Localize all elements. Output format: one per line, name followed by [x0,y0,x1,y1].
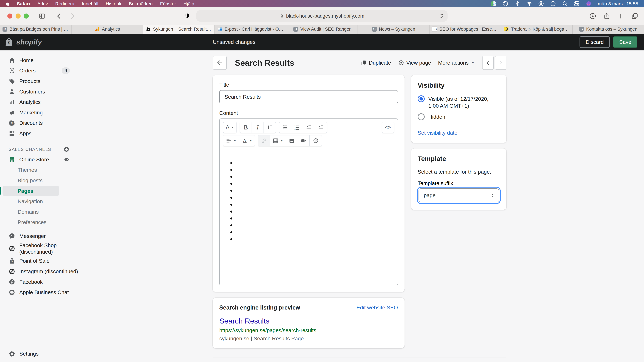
bold-button[interactable]: B [240,122,252,133]
menu-f-nster[interactable]: Fönster [156,1,180,6]
format-text-button[interactable]: A▼ [223,122,236,133]
discard-button[interactable]: Discard [580,36,610,48]
browser-tab-seo-for-webpag[interactable]: 1-26SEO for Webpages | Essentia... [430,25,501,34]
sidebar-toggle-icon[interactable] [39,12,46,19]
editor-content-area[interactable] [220,150,398,285]
share-icon[interactable] [603,12,610,19]
address-bar[interactable]: black-house-badges.myshopify.com [196,10,448,22]
shopify-logo[interactable]: S shopify [4,37,42,47]
sidebar-item-pages[interactable]: Pages [2,186,59,196]
close-window-button[interactable] [8,13,12,18]
menu-bokm-rken[interactable]: Bokmärken [125,1,156,6]
menu-inneh-ll[interactable]: Innehåll [78,1,102,6]
add-sales-channel-button[interactable] [63,146,70,152]
menu-safari[interactable]: Safari [13,1,34,6]
menu-redigera[interactable]: Redigera [52,1,78,6]
sidebar-item-settings[interactable]: Settings [0,351,75,357]
reload-icon[interactable] [439,13,444,19]
tab-overview-icon[interactable] [631,12,638,19]
sidebar-item-customers[interactable]: Customers [0,86,75,97]
clear-formatting-button[interactable] [310,135,322,146]
hidden-radio-option[interactable]: Hidden [418,113,500,120]
link-button[interactable] [258,135,270,146]
next-page-button[interactable] [495,56,506,70]
back-arrow-button[interactable] [213,56,227,70]
browser-tab-e-post-carl[interactable]: OE-post - Carl Häggqvist - Ou... [215,25,286,34]
image-button[interactable] [286,135,298,146]
forward-button[interactable] [69,12,76,19]
browser-tab-analytics[interactable]: Analytics [72,25,143,34]
zoom-window-button[interactable] [24,13,28,18]
sidebar-item-discounts[interactable]: %Discounts [0,118,75,128]
sidebar-item-products[interactable]: Products [0,76,75,86]
sidebar-item-point-of-sale[interactable]: SPoint of Sale [0,256,75,266]
save-button-header[interactable]: Save [613,36,637,48]
sidebar-item-blog-posts[interactable]: Blog posts [0,175,75,186]
italic-button[interactable]: I [252,122,264,133]
indent-button[interactable] [315,122,327,133]
time-machine-icon[interactable] [550,1,556,6]
sidebar-item-apple-business-chat[interactable]: Apple Business Chat [0,287,75,298]
sidebar-item-marketing[interactable]: Marketing [0,107,75,118]
sidebar-item-messenger[interactable]: Messenger [0,231,75,241]
sidebar-item-preferences[interactable]: Preferences [0,217,75,228]
more-actions-button[interactable]: More actions ▼ [438,60,474,66]
menu-arkiv[interactable]: Arkiv [34,1,52,6]
sidebar-item-online-store[interactable]: Online Store [0,154,75,165]
new-tab-icon[interactable] [617,12,624,19]
view-store-eye-icon[interactable] [64,156,70,163]
browser-tab-b-st-p-badges[interactable]: BBäst på Badges och Pins | Ba... [0,25,72,34]
browser-tab-tradera-k-p[interactable]: Tradera ▷ Köp & sälj begagn... [501,25,572,34]
alignment-button[interactable]: ▼ [223,135,239,146]
sidebar-item-instagram-discontinued[interactable]: Instagram (discontinued) [0,266,75,277]
sidebar-item-navigation[interactable]: Navigation [0,196,75,207]
siri-icon[interactable] [586,1,592,6]
sidebar-item-home[interactable]: Home [0,55,75,65]
control-center-icon[interactable] [574,1,580,6]
user-account-icon[interactable] [538,1,544,6]
numbered-list-button[interactable]: 123 [291,122,303,133]
video-button[interactable] [298,135,310,146]
duplicate-button[interactable]: Duplicate [361,60,391,66]
radio-unselected-icon[interactable] [418,113,424,120]
code-button[interactable]: <> [382,122,394,133]
text-color-button[interactable]: A▼ [239,135,255,146]
browser-tab-view-audit-s[interactable]: UView Audit | SEO Ranger [286,25,358,34]
spotlight-icon[interactable] [562,1,568,6]
outdent-button[interactable] [303,122,315,133]
visible-radio-option[interactable]: Visible (as of 12/17/2020, 1:00 AM GMT+1… [418,95,500,109]
browser-tab-news-sykunge[interactable]: SNews – Sykungen [358,25,430,34]
sidebar-item-domains[interactable]: Domains [0,207,75,217]
menu-bar-clock[interactable]: mån 8 mars 15:55 [598,1,638,6]
apple-menu-icon[interactable] [2,1,13,6]
bluetooth-icon[interactable] [514,1,520,6]
bulleted-list-button[interactable] [279,122,291,133]
app-d-icon[interactable]: D [490,1,496,6]
browser-tab-kontakta-oss[interactable]: SKontakta oss – Sykungen [572,25,644,34]
previous-page-button[interactable] [482,56,494,70]
minimize-window-button[interactable] [16,13,20,18]
seo-result-title[interactable]: Search Results [219,317,398,325]
back-button[interactable] [56,12,62,19]
menu-historik[interactable]: Historik [102,1,125,6]
wifi-icon[interactable] [526,1,532,6]
sidebar-item-apps[interactable]: Apps [0,128,75,139]
creative-cloud-icon[interactable] [502,1,508,6]
table-button[interactable]: ▼ [270,135,286,146]
edit-website-seo-link[interactable]: Edit website SEO [356,305,398,311]
template-suffix-select[interactable]: page [418,188,499,202]
sidebar-item-orders[interactable]: Orders9 [0,65,75,76]
downloads-icon[interactable] [589,12,596,19]
menu-hj-lp[interactable]: Hjälp [180,1,198,6]
sidebar-item-facebook-shop-discontinued[interactable]: Facebook Shop (discontinued) [0,241,75,256]
underline-button[interactable]: U [264,122,276,133]
view-page-button[interactable]: View page [398,60,431,66]
privacy-shield-icon[interactable] [185,12,190,21]
set-visibility-date-link[interactable]: Set visibility date [418,130,457,136]
sidebar-item-analytics[interactable]: Analytics [0,97,75,107]
title-input[interactable] [219,90,398,103]
browser-tab-sykungen-sea[interactable]: SSykungen ~ Search Results ~... [143,25,215,34]
sidebar-item-themes[interactable]: Themes [0,165,75,175]
radio-selected-icon[interactable] [418,95,424,102]
sidebar-item-facebook[interactable]: Facebook [0,277,75,287]
